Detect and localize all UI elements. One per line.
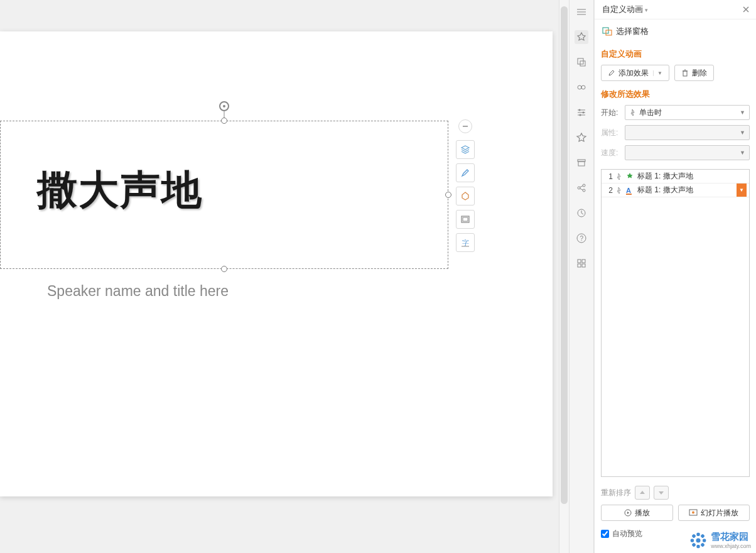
play-icon <box>624 509 632 517</box>
reorder-label: 重新排序 <box>601 488 631 498</box>
animation-panel: 自定义动画 选择窗格 自定义动画 添加效果 ▼ 删除 <box>594 0 756 553</box>
svg-rect-31 <box>582 264 585 267</box>
emphasis-effect-icon: A <box>625 186 634 195</box>
history-icon[interactable] <box>575 206 588 220</box>
panel-title[interactable]: 自定义动画 <box>602 4 648 15</box>
svg-point-21 <box>583 184 585 187</box>
hamburger-icon[interactable] <box>575 5 588 19</box>
select-pane-label: 选择窗格 <box>616 26 649 37</box>
slideshow-button[interactable]: 幻灯片播放 <box>678 505 750 521</box>
settings-icon[interactable] <box>575 106 588 119</box>
start-value: 单击时 <box>639 107 662 118</box>
animation-pane-icon[interactable] <box>575 30 588 44</box>
svg-rect-48 <box>691 534 696 538</box>
layout-icon[interactable] <box>456 210 475 229</box>
delete-button[interactable]: 删除 <box>674 65 714 81</box>
speed-select[interactable]: ▼ <box>625 145 750 160</box>
delete-label: 删除 <box>692 68 707 79</box>
slide-title-text[interactable]: 撒大声地 <box>37 163 203 217</box>
resize-handle-bottom[interactable] <box>221 266 227 272</box>
slide-canvas[interactable]: 撒大声地 Speaker name and title here <box>0 31 553 496</box>
svg-rect-28 <box>578 260 581 263</box>
pencil-icon <box>608 69 615 77</box>
svg-line-24 <box>580 189 583 190</box>
start-label: 开始: <box>601 107 621 118</box>
item-number: 2 <box>604 186 613 195</box>
layers-icon[interactable] <box>456 140 475 159</box>
text-icon[interactable]: 字 <box>456 233 475 252</box>
svg-text:A: A <box>626 187 631 194</box>
animation-item[interactable]: 1 标题 1: 撒大声地 <box>602 170 749 183</box>
move-up-button[interactable] <box>635 486 650 500</box>
resize-handle-right[interactable] <box>445 192 451 198</box>
svg-point-11 <box>581 85 585 89</box>
auto-preview-checkbox[interactable] <box>601 530 609 538</box>
scrollbar-thumb[interactable] <box>561 6 568 504</box>
slideshow-icon <box>689 509 698 517</box>
mouse-icon <box>616 187 622 194</box>
slide-subtitle-text[interactable]: Speaker name and title here <box>47 283 229 300</box>
item-dropdown[interactable]: ▼ <box>737 183 747 197</box>
section-modify-effect: 修改所选效果 <box>601 89 750 100</box>
watermark: 雪花家园 www.xhjaty.com <box>689 531 751 549</box>
vertical-scrollbar[interactable] <box>559 0 569 553</box>
start-select[interactable]: 单击时 ▼ <box>625 105 750 120</box>
speed-label: 速度: <box>601 148 621 158</box>
entrance-effect-icon <box>625 172 634 181</box>
object-float-toolbar: 字 <box>456 119 475 252</box>
apps-icon[interactable] <box>575 256 588 270</box>
select-pane-link[interactable]: 选择窗格 <box>602 26 750 37</box>
svg-point-22 <box>583 189 585 192</box>
link-icon[interactable] <box>575 80 588 94</box>
select-pane-icon <box>602 27 612 36</box>
move-down-button[interactable] <box>654 486 669 500</box>
svg-line-23 <box>580 186 583 188</box>
mouse-icon <box>616 173 622 180</box>
property-select: ▼ <box>625 125 750 140</box>
close-icon[interactable] <box>742 6 750 13</box>
svg-point-16 <box>583 112 585 114</box>
svg-point-43 <box>692 512 694 514</box>
svg-text:?: ? <box>580 235 584 242</box>
watermark-name: 雪花家园 <box>711 531 748 542</box>
shape-icon[interactable] <box>456 187 475 205</box>
item-number: 1 <box>604 172 613 181</box>
svg-rect-45 <box>697 545 700 548</box>
trash-icon <box>681 69 689 77</box>
svg-rect-47 <box>703 539 706 542</box>
help-icon[interactable]: ? <box>575 231 588 245</box>
play-button[interactable]: 播放 <box>601 505 673 521</box>
brush-icon[interactable] <box>456 163 475 182</box>
collapse-button[interactable] <box>458 119 472 133</box>
svg-rect-9 <box>580 61 585 66</box>
play-label: 播放 <box>635 508 650 518</box>
resize-handle-top[interactable] <box>221 118 227 124</box>
svg-rect-46 <box>691 539 694 542</box>
svg-rect-36 <box>683 71 687 76</box>
svg-rect-29 <box>582 260 585 263</box>
share-icon[interactable] <box>575 181 588 195</box>
watermark-url: www.xhjaty.com <box>711 543 751 549</box>
svg-rect-30 <box>578 264 581 267</box>
svg-rect-50 <box>691 542 696 547</box>
slide-editor-area: 撒大声地 Speaker name and title here 字 <box>0 0 569 553</box>
svg-rect-49 <box>700 534 705 538</box>
item-label: 标题 1: 撒大声地 <box>637 171 693 182</box>
section-custom-animation: 自定义动画 <box>601 48 750 60</box>
item-label: 标题 1: 撒大声地 <box>637 185 693 195</box>
svg-point-17 <box>580 114 581 116</box>
star-icon[interactable] <box>575 131 588 145</box>
svg-rect-2 <box>463 217 468 221</box>
shape-pane-icon[interactable] <box>575 55 588 69</box>
animation-item-selected[interactable]: 2 A 标题 1: 撒大声地 ▼ <box>602 183 749 197</box>
add-effect-label: 添加效果 <box>618 68 649 79</box>
rotate-handle[interactable] <box>219 101 229 111</box>
svg-rect-19 <box>578 162 585 166</box>
svg-point-52 <box>696 538 701 542</box>
add-effect-button[interactable]: 添加效果 ▼ <box>601 65 669 81</box>
property-label: 属性: <box>601 128 621 138</box>
archive-icon[interactable] <box>575 156 588 170</box>
watermark-logo-icon <box>689 532 707 549</box>
animation-list[interactable]: 1 标题 1: 撒大声地 2 A <box>601 169 750 477</box>
title-textbox[interactable]: 撒大声地 <box>0 121 448 269</box>
